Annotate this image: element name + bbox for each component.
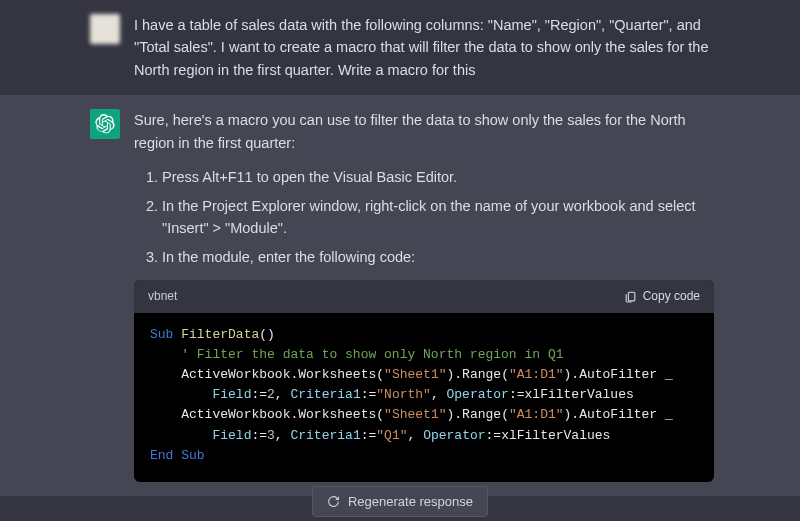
code-lang: vbnet bbox=[148, 287, 177, 306]
list-item: In the Project Explorer window, right-cl… bbox=[162, 195, 714, 240]
assistant-content: Sure, here's a macro you can use to filt… bbox=[134, 109, 714, 481]
list-item: In the module, enter the following code: bbox=[162, 246, 714, 268]
copy-code-button[interactable]: Copy code bbox=[624, 287, 700, 306]
user-message: I have a table of sales data with the fo… bbox=[0, 0, 800, 95]
svg-rect-0 bbox=[628, 292, 635, 301]
user-text: I have a table of sales data with the fo… bbox=[134, 14, 714, 81]
assistant-message: Sure, here's a macro you can use to filt… bbox=[0, 95, 800, 495]
clipboard-icon bbox=[624, 290, 637, 303]
assistant-avatar bbox=[90, 109, 120, 139]
refresh-icon bbox=[327, 495, 340, 508]
user-avatar bbox=[90, 14, 120, 44]
code-header: vbnet Copy code bbox=[134, 280, 714, 313]
regenerate-label: Regenerate response bbox=[348, 494, 473, 509]
steps-list: Press Alt+F11 to open the Visual Basic E… bbox=[162, 166, 714, 268]
code-block: vbnet Copy code Sub FilterData() ' Filte… bbox=[134, 280, 714, 482]
copy-label: Copy code bbox=[643, 287, 700, 306]
list-item: Press Alt+F11 to open the Visual Basic E… bbox=[162, 166, 714, 188]
code-content: Sub FilterData() ' Filter the data to sh… bbox=[134, 313, 714, 482]
assistant-intro: Sure, here's a macro you can use to filt… bbox=[134, 109, 714, 154]
regenerate-button[interactable]: Regenerate response bbox=[312, 486, 488, 517]
